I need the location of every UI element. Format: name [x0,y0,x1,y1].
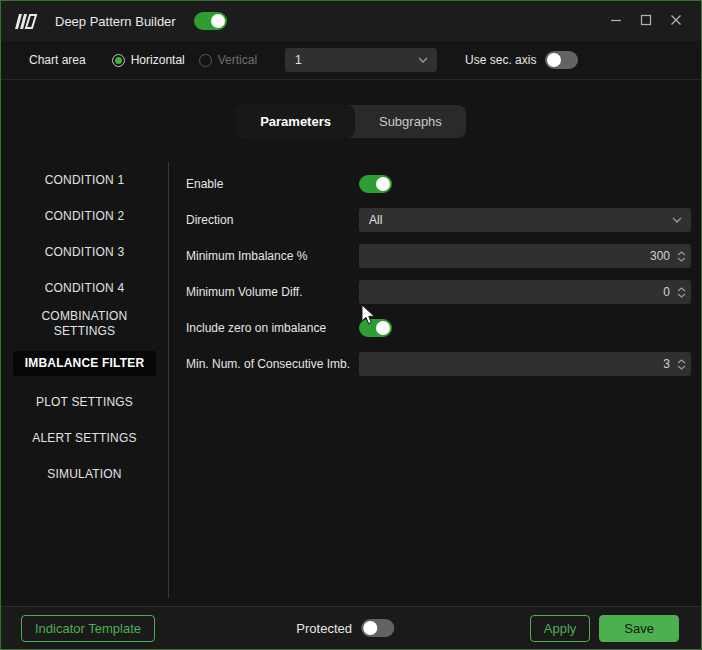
imbalance-filter-form: Enable Direction All [169,162,701,606]
form-row-min-consecutive: Min. Num. of Consecutive Imb. [186,346,691,382]
footer-actions: Apply Save [530,615,679,642]
deep-pattern-builder-window: Deep Pattern Builder Chart area Horizont… [0,0,702,650]
protected-toggle[interactable] [361,619,394,637]
radio-vertical: Vertical [199,53,257,67]
chevron-down-icon [672,217,682,223]
toggle-knob [376,321,390,335]
spin-down-icon[interactable] [677,257,686,262]
chart-area-toolbar: Chart area Horizontal Vertical 1 Use sec… [1,41,701,80]
radio-disabled-icon [199,54,212,67]
minimize-button[interactable] [601,7,631,35]
sec-axis-group: Use sec. axis [465,51,578,69]
min-imbalance-label: Minimum Imbalance % [186,249,359,263]
toggle-knob [547,53,561,67]
min-consecutive-label: Min. Num. of Consecutive Imb. [186,357,359,371]
tab-parameters[interactable]: Parameters [236,105,355,138]
spin-up-icon[interactable] [677,251,686,256]
apply-button[interactable]: Apply [530,615,591,642]
maximize-button[interactable] [631,7,661,35]
tab-subgraphs[interactable]: Subgraphs [355,105,466,138]
number-spinner [677,251,686,262]
maximize-icon [640,12,652,30]
radio-horizontal-label: Horizontal [131,53,185,67]
form-row-enable: Enable [186,166,691,202]
radio-horizontal[interactable]: Horizontal [112,53,185,67]
chart-area-label: Chart area [29,53,86,67]
min-consecutive-input[interactable] [367,357,677,371]
direction-label: Direction [186,213,359,227]
sidebar-item-condition-1[interactable]: CONDITION 1 [1,162,168,198]
settings-sidebar: CONDITION 1 CONDITION 2 CONDITION 3 COND… [1,162,169,598]
sidebar-item-condition-4[interactable]: CONDITION 4 [1,270,168,306]
min-volume-diff-label: Minimum Volume Diff. [186,285,359,299]
radio-vertical-label: Vertical [218,53,257,67]
radio-selected-icon [112,54,125,67]
sidebar-item-condition-2[interactable]: CONDITION 2 [1,198,168,234]
number-spinner [677,287,686,298]
sidebar-item-plot-settings[interactable]: PLOT SETTINGS [1,384,168,420]
tab-strip: Parameters Subgraphs [1,105,701,138]
main-content: Parameters Subgraphs CONDITION 1 CONDITI… [1,80,701,606]
form-row-include-zero: Include zero on imbalance [186,310,691,346]
sec-axis-label: Use sec. axis [465,53,536,67]
protected-label: Protected [296,621,352,636]
sidebar-item-condition-3[interactable]: CONDITION 3 [1,234,168,270]
number-spinner [677,359,686,370]
sidebar-item-alert-settings[interactable]: ALERT SETTINGS [1,420,168,456]
toggle-knob [376,177,390,191]
min-consecutive-field [359,352,691,376]
chart-number-value: 1 [295,53,302,67]
sidebar-item-combination-settings[interactable]: COMBINATION SETTINGS [1,306,168,342]
toggle-knob [363,621,377,635]
window-title: Deep Pattern Builder [55,14,176,29]
sidebar-item-imbalance-filter[interactable]: IMBALANCE FILTER [1,345,168,381]
include-zero-label: Include zero on imbalance [186,321,359,335]
direction-value: All [369,213,382,227]
min-imbalance-input[interactable] [367,249,677,263]
spin-up-icon[interactable] [677,287,686,292]
min-imbalance-field [359,244,691,268]
protected-group: Protected [296,619,394,637]
spin-up-icon[interactable] [677,359,686,364]
save-button[interactable]: Save [599,615,679,642]
minimize-icon [610,12,622,30]
toggle-knob [211,14,225,28]
footer-bar: Indicator Template Protected Apply Save [1,606,701,649]
form-row-min-imbalance: Minimum Imbalance % [186,238,691,274]
window-controls [601,7,691,35]
orientation-radio-group: Horizontal Vertical [112,53,271,67]
chart-number-dropdown[interactable]: 1 [285,48,437,72]
enable-toggle[interactable] [359,175,392,193]
titlebar: Deep Pattern Builder [1,1,701,41]
spin-down-icon[interactable] [677,293,686,298]
sec-axis-toggle[interactable] [545,51,578,69]
chevron-down-icon [418,57,428,63]
sidebar-item-simulation[interactable]: SIMULATION [1,456,168,492]
direction-dropdown[interactable]: All [359,208,691,232]
enable-label: Enable [186,177,359,191]
app-logo-icon [15,14,39,29]
indicator-template-button[interactable]: Indicator Template [21,615,155,642]
form-row-direction: Direction All [186,202,691,238]
spin-down-icon[interactable] [677,365,686,370]
builder-enabled-toggle[interactable] [194,12,227,30]
include-zero-toggle[interactable] [359,319,392,337]
close-button[interactable] [661,7,691,35]
min-volume-diff-input[interactable] [367,285,677,299]
min-volume-diff-field [359,280,691,304]
close-icon [670,12,682,30]
form-row-min-volume-diff: Minimum Volume Diff. [186,274,691,310]
